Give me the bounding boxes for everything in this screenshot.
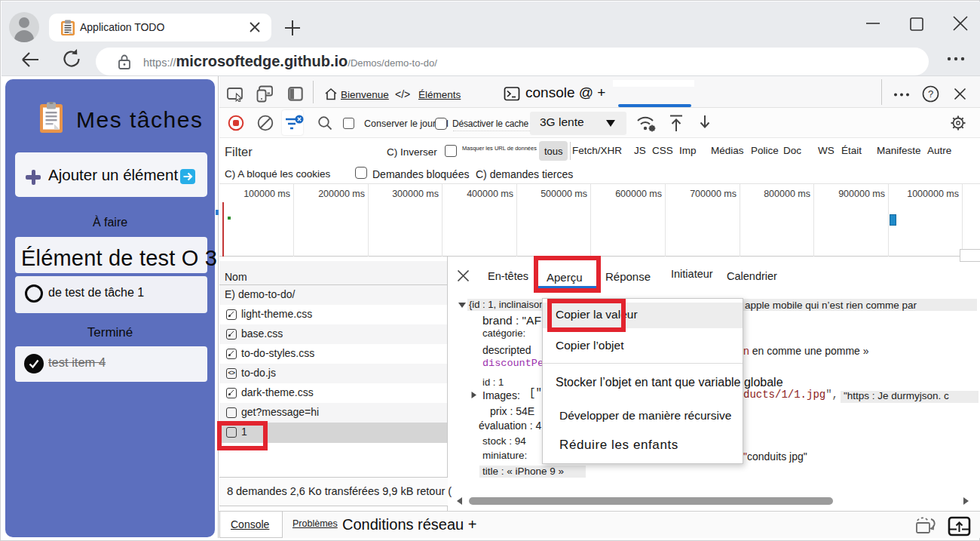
svg-text:?: ? [928,88,933,100]
